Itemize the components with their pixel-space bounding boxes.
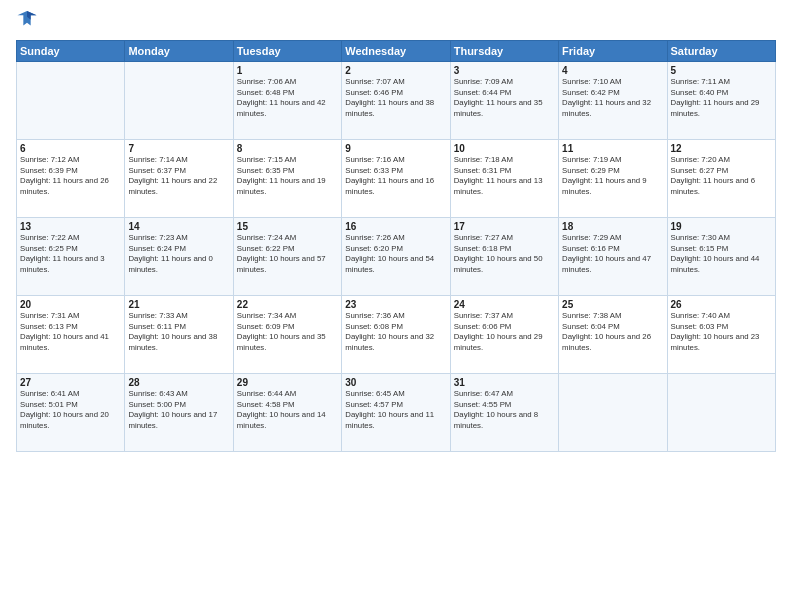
day-info: Sunrise: 7:38 AM Sunset: 6:04 PM Dayligh… [562, 311, 663, 353]
weekday-header: Friday [559, 41, 667, 62]
day-info: Sunrise: 6:43 AM Sunset: 5:00 PM Dayligh… [128, 389, 229, 431]
calendar-cell: 11Sunrise: 7:19 AM Sunset: 6:29 PM Dayli… [559, 140, 667, 218]
calendar-cell: 21Sunrise: 7:33 AM Sunset: 6:11 PM Dayli… [125, 296, 233, 374]
logo-icon [16, 8, 38, 30]
calendar-cell: 27Sunrise: 6:41 AM Sunset: 5:01 PM Dayli… [17, 374, 125, 452]
calendar-cell: 19Sunrise: 7:30 AM Sunset: 6:15 PM Dayli… [667, 218, 775, 296]
day-info: Sunrise: 7:26 AM Sunset: 6:20 PM Dayligh… [345, 233, 446, 275]
day-number: 10 [454, 143, 555, 154]
weekday-header: Tuesday [233, 41, 341, 62]
calendar-cell: 26Sunrise: 7:40 AM Sunset: 6:03 PM Dayli… [667, 296, 775, 374]
calendar-cell: 7Sunrise: 7:14 AM Sunset: 6:37 PM Daylig… [125, 140, 233, 218]
calendar-cell: 4Sunrise: 7:10 AM Sunset: 6:42 PM Daylig… [559, 62, 667, 140]
calendar-cell: 15Sunrise: 7:24 AM Sunset: 6:22 PM Dayli… [233, 218, 341, 296]
calendar-cell: 6Sunrise: 7:12 AM Sunset: 6:39 PM Daylig… [17, 140, 125, 218]
calendar-cell [559, 374, 667, 452]
weekday-header: Thursday [450, 41, 558, 62]
day-info: Sunrise: 7:34 AM Sunset: 6:09 PM Dayligh… [237, 311, 338, 353]
logo [16, 12, 40, 34]
calendar-cell: 28Sunrise: 6:43 AM Sunset: 5:00 PM Dayli… [125, 374, 233, 452]
day-number: 1 [237, 65, 338, 76]
day-info: Sunrise: 6:47 AM Sunset: 4:55 PM Dayligh… [454, 389, 555, 431]
calendar-table: SundayMondayTuesdayWednesdayThursdayFrid… [16, 40, 776, 452]
day-number: 4 [562, 65, 663, 76]
calendar-week-row: 13Sunrise: 7:22 AM Sunset: 6:25 PM Dayli… [17, 218, 776, 296]
calendar-cell [17, 62, 125, 140]
calendar-body: 1Sunrise: 7:06 AM Sunset: 6:48 PM Daylig… [17, 62, 776, 452]
calendar-cell: 10Sunrise: 7:18 AM Sunset: 6:31 PM Dayli… [450, 140, 558, 218]
day-number: 19 [671, 221, 772, 232]
day-number: 11 [562, 143, 663, 154]
day-info: Sunrise: 6:41 AM Sunset: 5:01 PM Dayligh… [20, 389, 121, 431]
day-info: Sunrise: 7:36 AM Sunset: 6:08 PM Dayligh… [345, 311, 446, 353]
day-number: 6 [20, 143, 121, 154]
calendar-cell: 8Sunrise: 7:15 AM Sunset: 6:35 PM Daylig… [233, 140, 341, 218]
day-info: Sunrise: 7:40 AM Sunset: 6:03 PM Dayligh… [671, 311, 772, 353]
day-number: 16 [345, 221, 446, 232]
day-info: Sunrise: 7:11 AM Sunset: 6:40 PM Dayligh… [671, 77, 772, 119]
calendar-cell: 31Sunrise: 6:47 AM Sunset: 4:55 PM Dayli… [450, 374, 558, 452]
day-info: Sunrise: 6:45 AM Sunset: 4:57 PM Dayligh… [345, 389, 446, 431]
calendar-cell: 25Sunrise: 7:38 AM Sunset: 6:04 PM Dayli… [559, 296, 667, 374]
calendar-cell: 5Sunrise: 7:11 AM Sunset: 6:40 PM Daylig… [667, 62, 775, 140]
day-info: Sunrise: 7:12 AM Sunset: 6:39 PM Dayligh… [20, 155, 121, 197]
day-number: 15 [237, 221, 338, 232]
calendar-cell: 14Sunrise: 7:23 AM Sunset: 6:24 PM Dayli… [125, 218, 233, 296]
day-number: 23 [345, 299, 446, 310]
weekday-header: Wednesday [342, 41, 450, 62]
day-number: 29 [237, 377, 338, 388]
day-number: 14 [128, 221, 229, 232]
day-info: Sunrise: 7:06 AM Sunset: 6:48 PM Dayligh… [237, 77, 338, 119]
calendar-cell: 20Sunrise: 7:31 AM Sunset: 6:13 PM Dayli… [17, 296, 125, 374]
day-number: 24 [454, 299, 555, 310]
day-number: 13 [20, 221, 121, 232]
day-info: Sunrise: 7:15 AM Sunset: 6:35 PM Dayligh… [237, 155, 338, 197]
day-info: Sunrise: 7:27 AM Sunset: 6:18 PM Dayligh… [454, 233, 555, 275]
day-number: 9 [345, 143, 446, 154]
day-number: 31 [454, 377, 555, 388]
day-number: 18 [562, 221, 663, 232]
day-info: Sunrise: 7:23 AM Sunset: 6:24 PM Dayligh… [128, 233, 229, 275]
calendar-cell: 12Sunrise: 7:20 AM Sunset: 6:27 PM Dayli… [667, 140, 775, 218]
day-info: Sunrise: 7:16 AM Sunset: 6:33 PM Dayligh… [345, 155, 446, 197]
calendar-cell [667, 374, 775, 452]
calendar-cell: 22Sunrise: 7:34 AM Sunset: 6:09 PM Dayli… [233, 296, 341, 374]
weekday-header: Sunday [17, 41, 125, 62]
weekday-header: Monday [125, 41, 233, 62]
day-number: 20 [20, 299, 121, 310]
calendar-cell: 2Sunrise: 7:07 AM Sunset: 6:46 PM Daylig… [342, 62, 450, 140]
calendar-cell: 18Sunrise: 7:29 AM Sunset: 6:16 PM Dayli… [559, 218, 667, 296]
day-info: Sunrise: 7:29 AM Sunset: 6:16 PM Dayligh… [562, 233, 663, 275]
calendar-cell [125, 62, 233, 140]
calendar-week-row: 6Sunrise: 7:12 AM Sunset: 6:39 PM Daylig… [17, 140, 776, 218]
calendar-cell: 30Sunrise: 6:45 AM Sunset: 4:57 PM Dayli… [342, 374, 450, 452]
page: SundayMondayTuesdayWednesdayThursdayFrid… [0, 0, 792, 612]
calendar-cell: 17Sunrise: 7:27 AM Sunset: 6:18 PM Dayli… [450, 218, 558, 296]
day-number: 7 [128, 143, 229, 154]
day-number: 26 [671, 299, 772, 310]
day-number: 5 [671, 65, 772, 76]
calendar-cell: 9Sunrise: 7:16 AM Sunset: 6:33 PM Daylig… [342, 140, 450, 218]
day-info: Sunrise: 6:44 AM Sunset: 4:58 PM Dayligh… [237, 389, 338, 431]
calendar-cell: 23Sunrise: 7:36 AM Sunset: 6:08 PM Dayli… [342, 296, 450, 374]
day-number: 27 [20, 377, 121, 388]
header [16, 12, 776, 34]
day-info: Sunrise: 7:33 AM Sunset: 6:11 PM Dayligh… [128, 311, 229, 353]
day-info: Sunrise: 7:19 AM Sunset: 6:29 PM Dayligh… [562, 155, 663, 197]
day-info: Sunrise: 7:18 AM Sunset: 6:31 PM Dayligh… [454, 155, 555, 197]
weekday-header: Saturday [667, 41, 775, 62]
day-number: 21 [128, 299, 229, 310]
day-number: 30 [345, 377, 446, 388]
day-number: 8 [237, 143, 338, 154]
day-info: Sunrise: 7:31 AM Sunset: 6:13 PM Dayligh… [20, 311, 121, 353]
day-info: Sunrise: 7:07 AM Sunset: 6:46 PM Dayligh… [345, 77, 446, 119]
calendar-week-row: 20Sunrise: 7:31 AM Sunset: 6:13 PM Dayli… [17, 296, 776, 374]
day-number: 25 [562, 299, 663, 310]
day-info: Sunrise: 7:10 AM Sunset: 6:42 PM Dayligh… [562, 77, 663, 119]
day-number: 3 [454, 65, 555, 76]
calendar-cell: 13Sunrise: 7:22 AM Sunset: 6:25 PM Dayli… [17, 218, 125, 296]
calendar-cell: 24Sunrise: 7:37 AM Sunset: 6:06 PM Dayli… [450, 296, 558, 374]
calendar-week-row: 1Sunrise: 7:06 AM Sunset: 6:48 PM Daylig… [17, 62, 776, 140]
day-info: Sunrise: 7:20 AM Sunset: 6:27 PM Dayligh… [671, 155, 772, 197]
day-info: Sunrise: 7:09 AM Sunset: 6:44 PM Dayligh… [454, 77, 555, 119]
